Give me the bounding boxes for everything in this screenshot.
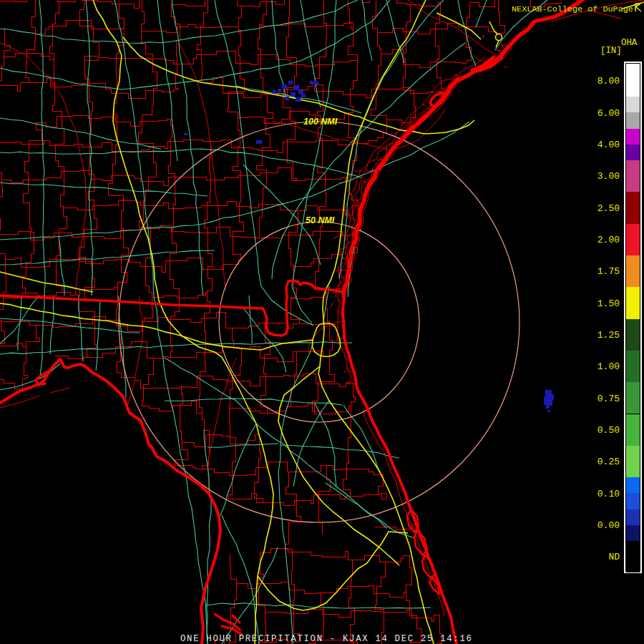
svg-text:2.50: 2.50 xyxy=(597,203,620,214)
svg-text:[IN]: [IN] xyxy=(600,46,622,56)
svg-text:3.00: 3.00 xyxy=(597,171,620,182)
svg-text:100 NMI: 100 NMI xyxy=(303,117,338,127)
svg-text:2.00: 2.00 xyxy=(597,235,620,245)
svg-text:1.00: 1.00 xyxy=(597,361,620,372)
svg-text:50 NMI: 50 NMI xyxy=(306,215,335,225)
svg-text:0.10: 0.10 xyxy=(597,489,620,499)
svg-text:1.50: 1.50 xyxy=(597,298,620,309)
svg-text:0.75: 0.75 xyxy=(597,394,620,404)
svg-text:0.25: 0.25 xyxy=(597,457,620,467)
svg-text:8.00: 8.00 xyxy=(597,76,620,87)
svg-text:ND: ND xyxy=(608,552,620,562)
svg-text:6.00: 6.00 xyxy=(597,108,620,119)
svg-text:4.00: 4.00 xyxy=(597,140,620,150)
svg-text:ONE HOUR PRECIPITATION - KJAX: ONE HOUR PRECIPITATION - KJAX 14 DEC 25 … xyxy=(180,634,473,644)
svg-text:1.75: 1.75 xyxy=(597,266,620,277)
svg-text:NEXLAB-College of DuPage: NEXLAB-College of DuPage xyxy=(512,4,633,14)
svg-text:1.25: 1.25 xyxy=(597,330,620,341)
svg-text:0.50: 0.50 xyxy=(597,425,620,436)
svg-text:0.00: 0.00 xyxy=(597,520,620,531)
svg-text:OHA: OHA xyxy=(621,38,638,48)
